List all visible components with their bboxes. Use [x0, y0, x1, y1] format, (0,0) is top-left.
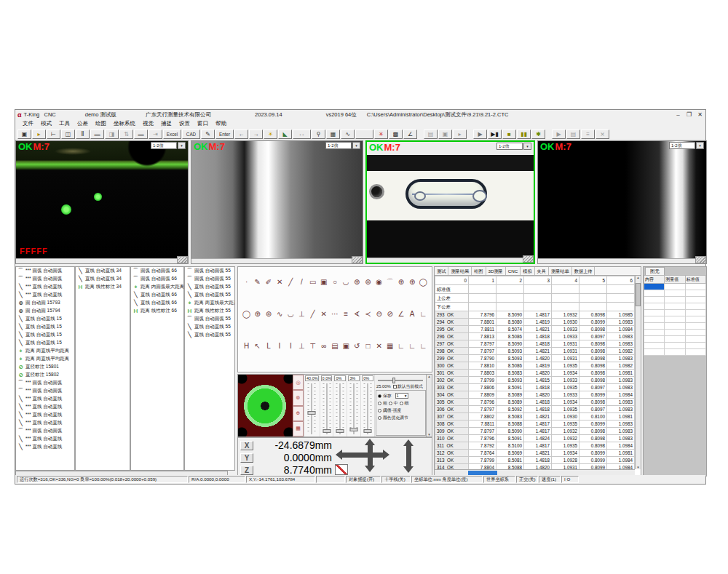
- x-axis-button[interactable]: X: [240, 441, 253, 450]
- toolbar-button[interactable]: ▣: [17, 129, 31, 139]
- table-row[interactable]: 305 OK7.87968.50891.48181.09340.80981.09…: [435, 399, 635, 406]
- tool-icon[interactable]: ·: [242, 277, 251, 287]
- toolbar-button[interactable]: ⨯: [596, 129, 609, 139]
- tool-icon[interactable]: □: [363, 341, 373, 351]
- result-tab[interactable]: CNC: [506, 267, 521, 275]
- slider-track[interactable]: [336, 383, 344, 434]
- table-row[interactable]: 293 OK7.87968.50901.48171.09320.80981.09…: [435, 311, 635, 319]
- list-item[interactable]: ⊘直径标注 15802: [16, 371, 74, 379]
- chevron-down-icon[interactable]: ▾: [696, 142, 704, 149]
- tool-icon[interactable]: ◉: [374, 277, 384, 287]
- tool-icon[interactable]: ≺: [363, 309, 373, 319]
- tool-icon[interactable]: Ⅰ: [275, 341, 285, 351]
- default-mode-checkbox[interactable]: 默认当前模式: [393, 383, 423, 390]
- chevron-down-icon[interactable]: ▾: [405, 394, 407, 398]
- table-row[interactable]: 314 OK7.88048.50881.48201.09310.80991.09…: [435, 464, 635, 470]
- list-item[interactable]: ╲直线 自动直线 55: [185, 323, 234, 331]
- list-item[interactable]: ⊕圆 自动圆 15793: [16, 299, 74, 307]
- toolbar-button[interactable]: ⇅: [119, 129, 133, 139]
- camera-hscrollbar[interactable]: [367, 258, 534, 263]
- chevron-down-icon[interactable]: ▾: [352, 142, 360, 149]
- tool-icon[interactable]: ∟: [408, 341, 417, 351]
- tool-icon[interactable]: ✎: [253, 277, 262, 287]
- element-row[interactable]: [644, 310, 706, 316]
- light-mode-button[interactable]: ⊕: [293, 406, 304, 421]
- down-arrow-icon[interactable]: ▼: [427, 433, 430, 437]
- slider-track[interactable]: [350, 383, 358, 434]
- menu-item-公差[interactable]: 公差: [74, 120, 92, 127]
- slider-track[interactable]: [308, 383, 316, 434]
- table-row[interactable]: 309 OK7.87978.50901.48171.09320.80981.09…: [435, 428, 635, 435]
- tool-icon[interactable]: ▦: [385, 341, 395, 351]
- scrollbar-thumb[interactable]: [636, 283, 641, 306]
- list-item[interactable]: ╲直线 自动直线 15: [16, 315, 74, 323]
- toolbar-button[interactable]: ☀: [264, 129, 277, 139]
- radio-icon[interactable]: [400, 402, 403, 405]
- list-item[interactable]: ╲*** 直线 自动直线: [16, 395, 74, 403]
- table-row[interactable]: 304 OK7.88098.50891.48201.09330.80991.09…: [435, 391, 635, 399]
- grid-special-row[interactable]: 上公差: [435, 294, 635, 303]
- tool-icon[interactable]: ⌒: [385, 277, 395, 287]
- toolbar-button[interactable]: ▤: [424, 129, 438, 139]
- toolbar-button[interactable]: ◨: [105, 129, 119, 139]
- list-item[interactable]: ╲*** 直线 自动直线: [16, 443, 74, 451]
- tool-icon[interactable]: ▣: [341, 341, 351, 351]
- slider-thumb[interactable]: [308, 411, 316, 415]
- camera-zoom-select[interactable]: 1-2倍: [151, 142, 177, 149]
- tool-icon[interactable]: ∟: [396, 341, 405, 351]
- radio-icon[interactable]: [378, 416, 381, 420]
- tool-icon[interactable]: ≡: [341, 309, 351, 319]
- list-item[interactable]: ⌖距离 两直线最大距离: [185, 299, 234, 307]
- tool-icon[interactable]: ⊕: [253, 309, 262, 319]
- list-item[interactable]: H距离 线性标注 55: [185, 307, 234, 315]
- element-row[interactable]: [644, 290, 706, 297]
- table-row[interactable]: 302 OK7.87998.50931.48151.09330.80981.09…: [435, 377, 635, 384]
- camera-hscrollbar[interactable]: [538, 258, 706, 263]
- list-item[interactable]: ⌖距离 两直线平均距离: [16, 347, 74, 355]
- tool-icon[interactable]: ╱: [286, 277, 296, 287]
- slider-thumb[interactable]: [350, 428, 358, 431]
- camera-zoom-select[interactable]: 1-2倍: [325, 142, 352, 149]
- list-item[interactable]: ⊘直径标注 15801: [16, 363, 74, 371]
- light-mode-button[interactable]: ◎: [293, 375, 304, 390]
- toolbar-button[interactable]: ←: [234, 129, 248, 139]
- list-item[interactable]: ╲直线 自动直线 55: [185, 291, 234, 299]
- camera-view-1[interactable]: OKM:7 FFFFF 1-2倍 ▾: [15, 140, 189, 264]
- table-row[interactable]: 298 OK7.87978.50931.48211.09310.80981.09…: [435, 348, 635, 355]
- result-tab[interactable]: 测量结果: [448, 267, 472, 275]
- list-item[interactable]: ⌒*** 圆弧 自动圆弧: [16, 275, 74, 283]
- slider-value-input[interactable]: 0%: [362, 375, 373, 381]
- toolbar-button[interactable]: ✳: [374, 129, 388, 139]
- table-row[interactable]: 306 OK7.87978.50921.48181.09350.80971.09…: [435, 406, 635, 413]
- result-tab[interactable]: 3D测量: [486, 267, 506, 275]
- menu-item-帮助[interactable]: 帮助: [212, 120, 230, 127]
- list-item[interactable]: ╲*** 直线 自动直线: [16, 291, 74, 299]
- element-row[interactable]: [644, 297, 706, 303]
- table-row[interactable]: 308 OK7.88118.50881.48171.09350.80991.09…: [435, 420, 635, 428]
- light-ring-display[interactable]: [238, 375, 293, 437]
- tool-icon[interactable]: ⊖: [374, 309, 384, 319]
- list-item[interactable]: H距离 线性标注 34: [76, 283, 130, 291]
- list-item[interactable]: ⌖距离 内圆弧最大距离: [131, 283, 183, 291]
- list-item[interactable]: ╲直线 自动直线 55: [185, 283, 234, 291]
- tool-icon[interactable]: I: [286, 341, 296, 351]
- slider-value-input[interactable]: 0.0%: [321, 375, 333, 381]
- list-item[interactable]: ╲*** 直线 自动直线: [16, 411, 74, 419]
- tool-icon[interactable]: ╱: [308, 309, 317, 319]
- jog-z-arrow[interactable]: [406, 446, 411, 466]
- list-item[interactable]: ⌒圆弧 自动圆弧 55: [185, 315, 234, 323]
- tool-icon[interactable]: ◯: [419, 277, 428, 287]
- toolbar-button[interactable]: ◫: [61, 129, 75, 139]
- tool-icon[interactable]: ⊕: [408, 277, 417, 287]
- light-mode-button[interactable]: ⊚: [293, 390, 304, 405]
- camera-hscrollbar[interactable]: [191, 258, 363, 263]
- tool-icon[interactable]: ↖: [253, 341, 262, 351]
- element-row[interactable]: [644, 336, 706, 343]
- radio-color[interactable]: 颜色优化调节: [378, 414, 425, 421]
- table-row[interactable]: 311 OK7.87928.51001.48171.09350.80981.09…: [435, 442, 635, 450]
- list-item[interactable]: ⌒*** 圆弧 自动圆弧: [16, 387, 74, 395]
- element-row[interactable]: [644, 303, 706, 310]
- element-row[interactable]: [644, 343, 706, 349]
- tool-icon[interactable]: ⊤: [308, 341, 317, 351]
- tool-icon[interactable]: ✕: [275, 277, 285, 287]
